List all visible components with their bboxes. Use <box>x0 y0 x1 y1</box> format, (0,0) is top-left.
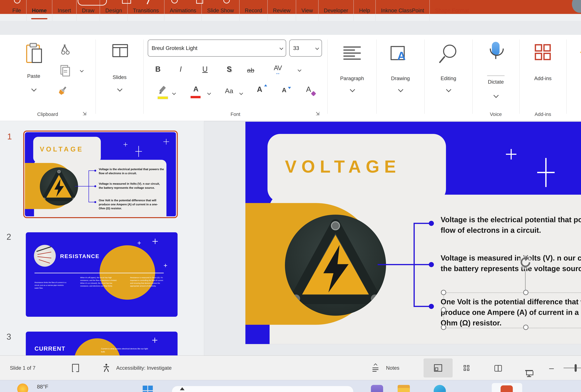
editing-chevron-icon[interactable] <box>446 87 451 92</box>
character-spacing-button[interactable]: AV ↔ <box>274 64 282 76</box>
resize-handle-sw[interactable] <box>441 325 446 330</box>
windows-start-icon[interactable] <box>143 386 153 392</box>
slide-1-thumbnail[interactable]: VOLTAGE <box>23 131 178 218</box>
tab-inknoe-classpoint[interactable]: Inknoe ClassPoint <box>376 0 430 21</box>
slides-button[interactable]: Slides <box>106 42 134 107</box>
format-painter-button[interactable] <box>56 84 69 97</box>
slide-2-col2: When it's off (open), the circuit has hi… <box>80 276 120 287</box>
tab-insert[interactable]: Insert <box>52 0 76 21</box>
highlight-chevron-icon[interactable] <box>172 91 176 95</box>
reading-view-button[interactable] <box>494 365 502 371</box>
tab-file[interactable]: File <box>7 0 26 21</box>
textbox-selection-border[interactable] <box>444 293 581 328</box>
zoom-out-button[interactable]: – <box>549 363 554 373</box>
rotate-handle-icon[interactable] <box>518 255 533 270</box>
search-box[interactable] <box>172 386 354 392</box>
copy-button[interactable] <box>60 65 71 77</box>
resize-handle-nw[interactable] <box>441 290 446 295</box>
tab-transitions[interactable]: Transitions <box>127 0 164 21</box>
resize-handle-w[interactable] <box>441 307 446 313</box>
underline-button[interactable]: U <box>202 65 208 73</box>
designer-button[interactable]: Designer <box>576 42 581 102</box>
slides-group: Slides <box>96 35 144 121</box>
connector-dot <box>429 304 434 309</box>
resize-handle-n[interactable] <box>523 290 528 295</box>
zoom-slider-thumb[interactable] <box>574 364 577 372</box>
addins-group-label: Add-ins <box>520 111 566 117</box>
tab-slide-show[interactable]: Slide Show <box>202 0 239 21</box>
dictate-chevron-icon[interactable] <box>494 93 498 98</box>
loop-app-icon[interactable] <box>371 385 383 392</box>
font-dialog-launcher-icon[interactable]: ⇲ <box>316 111 320 116</box>
bold-button[interactable]: B <box>155 65 160 73</box>
font-name-combobox[interactable]: Breul Grotesk Light <box>148 39 286 57</box>
weather-sun-icon[interactable] <box>17 384 28 392</box>
tab-design[interactable]: Design <box>100 0 127 21</box>
paste-chevron-icon[interactable] <box>31 86 36 91</box>
clipboard-dialog-launcher-icon[interactable]: ⇲ <box>82 111 86 116</box>
resize-handle-s[interactable] <box>523 325 528 330</box>
change-case-chevron-icon[interactable] <box>239 91 243 95</box>
decrease-font-size-button[interactable]: A <box>282 86 286 94</box>
tab-animations[interactable]: Animations <box>164 0 202 21</box>
font-color-button[interactable]: A <box>190 85 202 101</box>
tab-home[interactable]: Home <box>26 0 52 21</box>
paragraph-button[interactable]: Paragraph <box>338 42 366 107</box>
slide-3-thumbnail[interactable]: CURRENT Current is what powers electrica… <box>26 332 178 356</box>
zoom-slider-track[interactable] <box>564 368 581 368</box>
account-avatar[interactable] <box>572 0 581 13</box>
tab-record[interactable]: Record <box>239 0 268 21</box>
character-spacing-chevron-icon[interactable] <box>298 68 302 72</box>
normal-view-button[interactable] <box>424 359 452 378</box>
bookmark-icon[interactable] <box>72 364 79 372</box>
editing-button[interactable]: Editing <box>434 42 462 107</box>
notes-button[interactable]: Notes <box>386 365 400 371</box>
drawing-button[interactable]: A Drawing <box>386 42 414 107</box>
main-slide[interactable]: VOLTAGE Voltage is the electri <box>246 122 581 344</box>
tab-draw[interactable]: Draw <box>76 0 100 21</box>
weather-temperature[interactable]: 88°F <box>37 384 48 390</box>
edge-app-icon[interactable] <box>434 385 446 392</box>
grow-caret-icon <box>264 84 267 86</box>
paragraph-1[interactable]: Voltage is the electrical potential that… <box>441 214 581 236</box>
paste-button[interactable]: Paste <box>20 42 48 98</box>
slide-title[interactable]: VOLTAGE <box>285 157 401 177</box>
font-size-chevron-icon[interactable] <box>315 46 319 50</box>
paragraph-2[interactable]: Voltage is measured in Volts (V). n our … <box>441 253 581 274</box>
addins-button[interactable]: Add-ins <box>529 42 557 102</box>
powerpoint-app-icon[interactable] <box>500 386 513 392</box>
hidden-icons-chevron-icon[interactable] <box>180 387 184 390</box>
increase-font-size-button[interactable]: A <box>257 85 262 94</box>
font-color-chevron-icon[interactable] <box>207 91 211 95</box>
text-shadow-button[interactable]: S <box>227 65 232 73</box>
paragraph-chevron-icon[interactable] <box>350 87 355 92</box>
warning-sign-photo[interactable] <box>285 215 386 316</box>
font-name-chevron-icon[interactable] <box>280 46 283 50</box>
thumb-paragraph-1: Voltage is the electrical potential that… <box>99 167 168 175</box>
tab-help[interactable]: Help <box>354 0 376 21</box>
editing-group: Editing <box>424 35 472 121</box>
tab-view[interactable]: View <box>296 0 318 21</box>
strikethrough-button[interactable]: ab <box>247 66 254 74</box>
slide-2-thumbnail[interactable]: RESISTANCE Resistance limits the flow of… <box>26 232 178 317</box>
italic-button[interactable]: I <box>180 65 182 73</box>
slide-thumbnail-panel[interactable]: 1 VOLTAGE <box>0 121 204 356</box>
slide-sorter-view-button[interactable] <box>464 365 469 371</box>
highlight-color-button[interactable] <box>158 86 169 102</box>
tab-shape-format[interactable]: Shape Format <box>430 0 474 21</box>
voice-group: Dictate Voice <box>472 35 519 121</box>
slideshow-view-button[interactable] <box>525 370 533 378</box>
dictate-button[interactable]: Dictate <box>482 41 510 110</box>
copy-chevron-icon[interactable] <box>80 68 84 72</box>
slides-chevron-icon[interactable] <box>117 86 122 91</box>
change-case-button[interactable]: Aa <box>225 87 233 95</box>
drawing-chevron-icon[interactable] <box>398 87 403 92</box>
connector-dot <box>429 262 434 267</box>
accessibility-status[interactable]: Accessibility: Investigate <box>116 365 172 371</box>
slide-1-thumbnail-design: VOLTAGE <box>25 132 176 216</box>
tab-developer[interactable]: Developer <box>318 0 354 21</box>
clear-formatting-button[interactable]: A <box>306 85 311 94</box>
tab-review[interactable]: Review <box>268 0 296 21</box>
font-size-combobox[interactable]: 33 <box>289 39 322 57</box>
cut-button[interactable] <box>60 44 69 54</box>
